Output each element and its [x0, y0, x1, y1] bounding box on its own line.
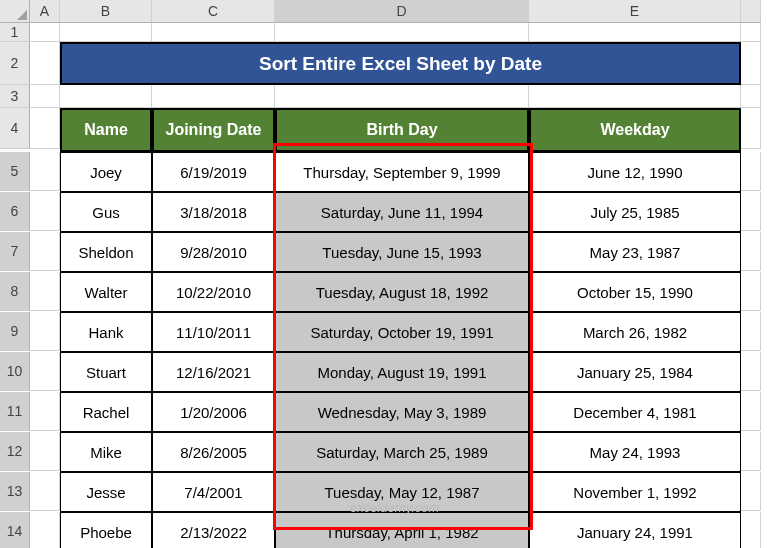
cell-extra12[interactable] — [741, 432, 761, 471]
cell-birthday-14[interactable]: Thursday, April 1, 1982 — [275, 512, 529, 548]
cell-name-7[interactable]: Sheldon — [60, 232, 152, 272]
cell-birthday-7[interactable]: Tuesday, June 15, 1993 — [275, 232, 529, 272]
cell-extra2[interactable] — [741, 42, 761, 85]
col-header-C[interactable]: C — [152, 0, 275, 23]
cell-extra11[interactable] — [741, 392, 761, 431]
cell-D1[interactable] — [275, 23, 529, 42]
cell-name-8[interactable]: Walter — [60, 272, 152, 312]
cell-A12[interactable] — [30, 432, 60, 471]
cell-joining-7[interactable]: 9/28/2010 — [152, 232, 275, 272]
row-header-4[interactable]: 4 — [0, 108, 30, 149]
cell-name-14[interactable]: Phoebe — [60, 512, 152, 548]
cell-weekday-14[interactable]: January 24, 1991 — [529, 512, 741, 548]
col-header-B[interactable]: B — [60, 0, 152, 23]
cell-D3[interactable] — [275, 85, 529, 108]
cell-name-10[interactable]: Stuart — [60, 352, 152, 392]
row-header-6[interactable]: 6 — [0, 192, 30, 231]
col-header-D[interactable]: D — [275, 0, 529, 23]
cell-C3[interactable] — [152, 85, 275, 108]
cell-extra13[interactable] — [741, 472, 761, 511]
cell-A6[interactable] — [30, 192, 60, 231]
cell-A13[interactable] — [30, 472, 60, 511]
cell-birthday-5[interactable]: Thursday, September 9, 1999 — [275, 152, 529, 192]
col-header-A[interactable]: A — [30, 0, 60, 23]
cell-extra1[interactable] — [741, 23, 761, 42]
cell-E1[interactable] — [529, 23, 741, 42]
cell-extra6[interactable] — [741, 192, 761, 231]
cell-birthday-6[interactable]: Saturday, June 11, 1994 — [275, 192, 529, 232]
cell-extra3[interactable] — [741, 85, 761, 108]
cell-name-13[interactable]: Jesse — [60, 472, 152, 512]
cell-weekday-11[interactable]: December 4, 1981 — [529, 392, 741, 432]
cell-joining-12[interactable]: 8/26/2005 — [152, 432, 275, 472]
cell-name-5[interactable]: Joey — [60, 152, 152, 192]
cell-A1[interactable] — [30, 23, 60, 42]
row-header-5[interactable]: 5 — [0, 152, 30, 191]
col-header-E[interactable]: E — [529, 0, 741, 23]
cell-joining-10[interactable]: 12/16/2021 — [152, 352, 275, 392]
row-header-14[interactable]: 14 — [0, 512, 30, 548]
cell-A14[interactable] — [30, 512, 60, 548]
row-header-9[interactable]: 9 — [0, 312, 30, 351]
cell-joining-6[interactable]: 3/18/2018 — [152, 192, 275, 232]
cell-A10[interactable] — [30, 352, 60, 391]
row-header-8[interactable]: 8 — [0, 272, 30, 311]
cell-name-9[interactable]: Hank — [60, 312, 152, 352]
cell-A7[interactable] — [30, 232, 60, 271]
cell-extra7[interactable] — [741, 232, 761, 271]
cell-A8[interactable] — [30, 272, 60, 311]
cell-birthday-12[interactable]: Saturday, March 25, 1989 — [275, 432, 529, 472]
cell-name-6[interactable]: Gus — [60, 192, 152, 232]
cell-joining-11[interactable]: 1/20/2006 — [152, 392, 275, 432]
cell-A2[interactable] — [30, 42, 60, 85]
cell-weekday-7[interactable]: May 23, 1987 — [529, 232, 741, 272]
cell-joining-8[interactable]: 10/22/2010 — [152, 272, 275, 312]
cell-birthday-10[interactable]: Monday, August 19, 1991 — [275, 352, 529, 392]
row-header-12[interactable]: 12 — [0, 432, 30, 471]
cell-birthday-11[interactable]: Wednesday, May 3, 1989 — [275, 392, 529, 432]
cell-birthday-13[interactable]: Tuesday, May 12, 1987 — [275, 472, 529, 512]
cell-weekday-6[interactable]: July 25, 1985 — [529, 192, 741, 232]
cell-extra10[interactable] — [741, 352, 761, 391]
cell-A9[interactable] — [30, 312, 60, 351]
cell-birthday-8[interactable]: Tuesday, August 18, 1992 — [275, 272, 529, 312]
cell-joining-13[interactable]: 7/4/2001 — [152, 472, 275, 512]
row-header-2[interactable]: 2 — [0, 42, 30, 85]
row-header-11[interactable]: 11 — [0, 392, 30, 431]
cell-weekday-8[interactable]: October 15, 1990 — [529, 272, 741, 312]
cell-name-12[interactable]: Mike — [60, 432, 152, 472]
cell-weekday-5[interactable]: June 12, 1990 — [529, 152, 741, 192]
cell-birthday-9[interactable]: Saturday, October 19, 1991 — [275, 312, 529, 352]
th-name[interactable]: Name — [60, 108, 152, 152]
row-header-13[interactable]: 13 — [0, 472, 30, 511]
cell-joining-9[interactable]: 11/10/2011 — [152, 312, 275, 352]
cell-B1[interactable] — [60, 23, 152, 42]
cell-A4[interactable] — [30, 108, 60, 149]
select-all-corner[interactable] — [0, 0, 30, 23]
cell-extra14[interactable] — [741, 512, 761, 548]
cell-extra4[interactable] — [741, 108, 761, 149]
cell-extra5[interactable] — [741, 152, 761, 191]
cell-weekday-10[interactable]: January 25, 1984 — [529, 352, 741, 392]
cell-B3[interactable] — [60, 85, 152, 108]
row-header-3[interactable]: 3 — [0, 85, 30, 108]
cell-joining-14[interactable]: 2/13/2022 — [152, 512, 275, 548]
cell-extra8[interactable] — [741, 272, 761, 311]
row-header-10[interactable]: 10 — [0, 352, 30, 391]
cell-C1[interactable] — [152, 23, 275, 42]
th-weekday[interactable]: Weekday — [529, 108, 741, 152]
cell-A11[interactable] — [30, 392, 60, 431]
th-joining[interactable]: Joining Date — [152, 108, 275, 152]
col-header-extra[interactable] — [741, 0, 761, 23]
cell-E3[interactable] — [529, 85, 741, 108]
cell-A3[interactable] — [30, 85, 60, 108]
cell-weekday-13[interactable]: November 1, 1992 — [529, 472, 741, 512]
row-header-7[interactable]: 7 — [0, 232, 30, 271]
cell-weekday-12[interactable]: May 24, 1993 — [529, 432, 741, 472]
th-birthday[interactable]: Birth Day — [275, 108, 529, 152]
cell-name-11[interactable]: Rachel — [60, 392, 152, 432]
cell-joining-5[interactable]: 6/19/2019 — [152, 152, 275, 192]
cell-A5[interactable] — [30, 152, 60, 191]
cell-extra9[interactable] — [741, 312, 761, 351]
cell-weekday-9[interactable]: March 26, 1982 — [529, 312, 741, 352]
